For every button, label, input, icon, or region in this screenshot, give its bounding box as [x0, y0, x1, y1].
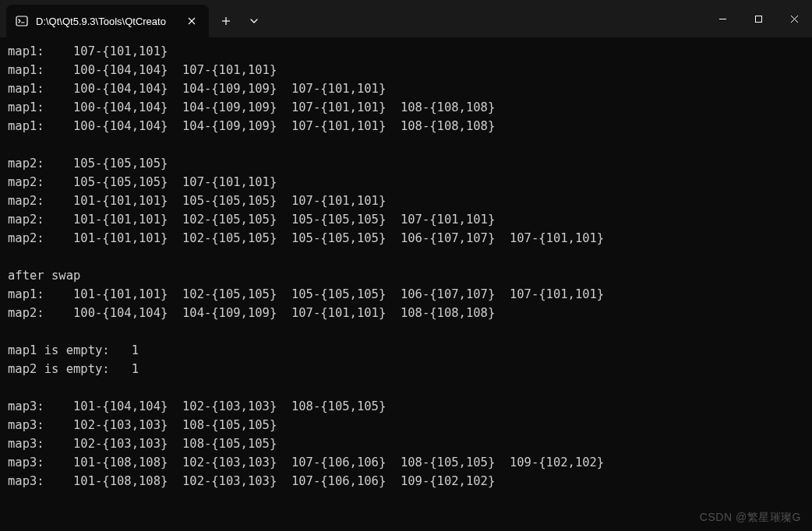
svg-rect-7: [755, 16, 761, 22]
terminal-line: [8, 248, 804, 266]
terminal-line: map1: 100-{104,104} 104-{109,109} 107-{1…: [8, 117, 804, 135]
terminal-line: map2: 100-{104,104} 104-{109,109} 107-{1…: [8, 304, 804, 322]
terminal-line: [8, 378, 804, 397]
terminal-line: after swap: [8, 266, 804, 285]
terminal-line: map3: 102-{103,103} 108-{105,105}: [8, 416, 804, 434]
terminal-icon: [16, 15, 28, 27]
terminal-line: map1: 100-{104,104} 104-{109,109} 107-{1…: [8, 98, 804, 117]
svg-rect-0: [16, 16, 27, 26]
terminal-line: map2: 105-{105,105} 107-{101,101}: [8, 173, 804, 192]
terminal-line: map3: 101-{108,108} 102-{103,103} 107-{1…: [8, 472, 804, 491]
maximize-button[interactable]: [740, 0, 776, 37]
window-titlebar: D:\Qt\Qt5.9.3\Tools\QtCreato: [0, 0, 812, 37]
terminal-line: map1: 100-{104,104} 107-{101,101}: [8, 61, 804, 79]
terminal-line: map1 is empty: 1: [8, 341, 804, 360]
window-controls: [704, 0, 812, 37]
terminal-line: map3: 101-{104,104} 102-{103,103} 108-{1…: [8, 397, 804, 416]
terminal-line: map1: 107-{101,101}: [8, 42, 804, 61]
tab-close-button[interactable]: [184, 13, 199, 29]
terminal-tab[interactable]: D:\Qt\Qt5.9.3\Tools\QtCreato: [6, 5, 209, 37]
watermark: CSDN @繁星璀璨G: [700, 511, 801, 525]
new-tab-button[interactable]: [212, 5, 240, 37]
terminal-output[interactable]: map1: 107-{101,101}map1: 100-{104,104} 1…: [0, 37, 812, 495]
terminal-line: map3: 102-{103,103} 108-{105,105}: [8, 434, 804, 453]
minimize-button[interactable]: [704, 0, 740, 37]
tab-title: D:\Qt\Qt5.9.3\Tools\QtCreato: [36, 16, 176, 27]
terminal-line: [8, 322, 804, 341]
terminal-line: map1: 101-{101,101} 102-{105,105} 105-{1…: [8, 285, 804, 304]
tab-container: D:\Qt\Qt5.9.3\Tools\QtCreato: [0, 0, 268, 37]
close-button[interactable]: [776, 0, 812, 37]
terminal-line: map1: 100-{104,104} 104-{109,109} 107-{1…: [8, 79, 804, 98]
terminal-line: map2 is empty: 1: [8, 360, 804, 378]
terminal-line: map2: 101-{101,101} 102-{105,105} 105-{1…: [8, 229, 804, 248]
titlebar-spacer: [268, 0, 704, 37]
terminal-line: [8, 135, 804, 154]
tab-dropdown-button[interactable]: [240, 5, 268, 37]
terminal-line: map3: 101-{108,108} 102-{103,103} 107-{1…: [8, 453, 804, 472]
terminal-line: map2: 101-{101,101} 105-{105,105} 107-{1…: [8, 192, 804, 210]
terminal-line: map2: 105-{105,105}: [8, 154, 804, 173]
terminal-line: map2: 101-{101,101} 102-{105,105} 105-{1…: [8, 210, 804, 229]
